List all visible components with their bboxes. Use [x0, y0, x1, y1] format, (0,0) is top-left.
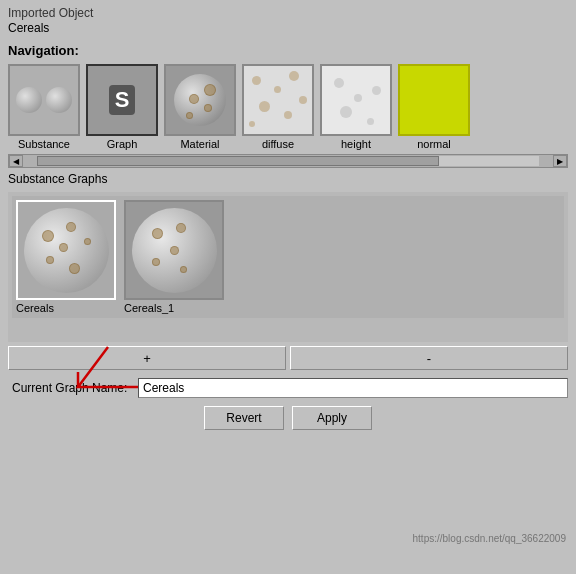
d6	[289, 71, 299, 81]
c1s3	[176, 223, 186, 233]
nav-item-substance[interactable]: Substance	[8, 64, 80, 150]
object-name-label: Cereals	[8, 21, 568, 35]
graph-thumb-cereals[interactable]	[16, 200, 116, 300]
scroll-left-arrow[interactable]: ◀	[9, 155, 23, 167]
nav-label-normal: normal	[417, 138, 451, 150]
d3	[259, 101, 270, 112]
nav-item-normal[interactable]: normal	[398, 64, 470, 150]
cereals1-sphere	[132, 208, 217, 293]
nav-thumb-height[interactable]	[320, 64, 392, 136]
c1s1	[152, 228, 163, 239]
h4	[372, 86, 381, 95]
h1	[334, 78, 344, 88]
nav-item-graph[interactable]: S Graph	[86, 64, 158, 150]
add-remove-row: + -	[8, 346, 568, 370]
cereals-sphere	[24, 208, 109, 293]
action-row: Revert Apply	[8, 406, 568, 434]
sphere-pair	[16, 87, 72, 113]
d2	[274, 86, 281, 93]
scrollbar-thumb[interactable]	[37, 156, 439, 166]
bottom-section: + - Current Graph Name: Revert Apply	[8, 342, 568, 434]
material-sphere	[174, 74, 226, 126]
substance-graphs-label: Substance Graphs	[8, 172, 568, 186]
c1s5	[180, 266, 187, 273]
current-graph-label: Current Graph Name:	[8, 381, 138, 395]
nav-item-height[interactable]: height	[320, 64, 392, 150]
nav-label-material: Material	[180, 138, 219, 150]
nav-thumb-diffuse[interactable]	[242, 64, 314, 136]
cs2	[59, 243, 68, 252]
revert-button[interactable]: Revert	[204, 406, 284, 430]
cs3	[66, 222, 76, 232]
sphere-right	[46, 87, 72, 113]
current-graph-row: Current Graph Name:	[8, 376, 568, 400]
graph-item-cereals[interactable]: Cereals	[16, 200, 116, 314]
graph-item-cereals1[interactable]: Cereals_1	[124, 200, 224, 314]
d7	[299, 96, 307, 104]
nav-thumb-substance[interactable]	[8, 64, 80, 136]
graph-label-cereals: Cereals	[16, 302, 54, 314]
imported-object-label: Imported Object	[8, 6, 568, 20]
cs1	[42, 230, 54, 242]
nav-label-graph: Graph	[107, 138, 138, 150]
scrollbar[interactable]: ◀ ▶	[8, 154, 568, 168]
apply-button[interactable]: Apply	[292, 406, 372, 430]
material-dot-2	[204, 104, 212, 112]
nav-label-diffuse: diffuse	[262, 138, 294, 150]
navigation-items: Substance S Graph Material	[8, 64, 568, 150]
current-graph-input[interactable]	[138, 378, 568, 398]
add-button[interactable]: +	[8, 346, 286, 370]
scroll-right-arrow[interactable]: ▶	[553, 155, 567, 167]
h2	[354, 94, 362, 102]
nav-item-material[interactable]: Material	[164, 64, 236, 150]
h3	[340, 106, 352, 118]
navigation-label: Navigation:	[8, 43, 568, 58]
c1s4	[152, 258, 160, 266]
s-logo-icon: S	[109, 85, 136, 115]
nav-thumb-normal[interactable]	[398, 64, 470, 136]
graphs-grid: Cereals Cereals_1	[12, 196, 564, 318]
normal-bg	[400, 66, 468, 134]
d1	[252, 76, 261, 85]
nav-thumb-graph[interactable]: S	[86, 64, 158, 136]
sphere-left	[16, 87, 42, 113]
scrollbar-track	[37, 156, 539, 166]
graph-label-cereals1: Cereals_1	[124, 302, 174, 314]
button-row-container: + -	[8, 346, 568, 370]
nav-label-substance: Substance	[18, 138, 70, 150]
remove-button[interactable]: -	[290, 346, 568, 370]
main-panel: Imported Object Cereals Navigation: Subs…	[0, 0, 576, 574]
material-dot-3	[204, 84, 216, 96]
h5	[367, 118, 374, 125]
d5	[249, 121, 255, 127]
cs5	[69, 263, 80, 274]
material-dot-1	[189, 94, 199, 104]
graphs-area: Cereals Cereals_1	[8, 192, 568, 342]
nav-thumb-material[interactable]	[164, 64, 236, 136]
nav-item-diffuse[interactable]: diffuse	[242, 64, 314, 150]
graph-thumb-cereals1[interactable]	[124, 200, 224, 300]
watermark-text: https://blog.csdn.net/qq_36622009	[413, 533, 566, 544]
diffuse-bg	[244, 66, 312, 134]
material-dot-4	[186, 112, 193, 119]
c1s2	[170, 246, 179, 255]
d4	[284, 111, 292, 119]
cs6	[84, 238, 91, 245]
nav-label-height: height	[341, 138, 371, 150]
height-bg	[322, 66, 390, 134]
cs4	[46, 256, 54, 264]
